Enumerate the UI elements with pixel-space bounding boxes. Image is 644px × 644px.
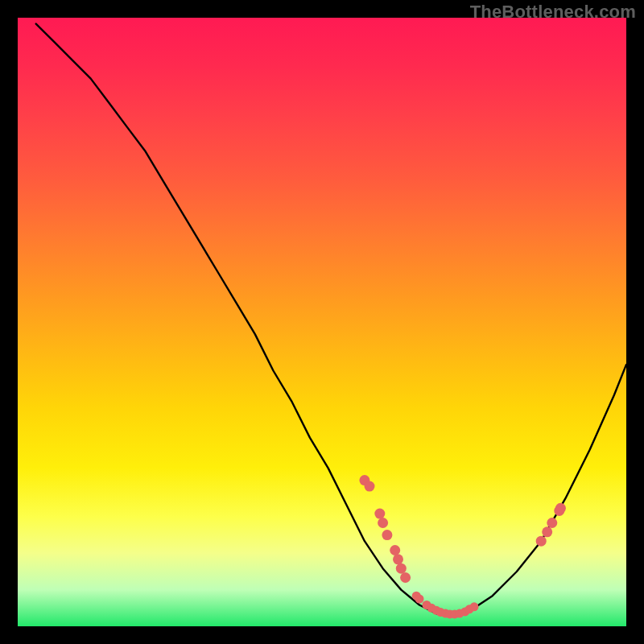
gradient-plot-area bbox=[18, 18, 626, 626]
data-marker bbox=[555, 503, 566, 514]
data-marker bbox=[365, 481, 375, 492]
data-marker bbox=[374, 509, 385, 519]
data-marker bbox=[547, 518, 557, 528]
data-marker bbox=[400, 572, 411, 583]
data-marker bbox=[470, 602, 479, 611]
data-marker bbox=[542, 526, 552, 537]
attribution-text: TheBottleneck.com bbox=[470, 2, 636, 23]
data-marker bbox=[378, 518, 388, 528]
data-marker bbox=[415, 595, 424, 604]
data-marker bbox=[393, 554, 403, 564]
data-marker bbox=[390, 545, 400, 555]
plot-svg bbox=[18, 18, 626, 626]
data-marker bbox=[536, 536, 547, 547]
bottleneck-curve bbox=[36, 24, 626, 614]
marker-layer bbox=[359, 475, 566, 618]
data-marker bbox=[396, 564, 407, 574]
data-marker bbox=[382, 530, 392, 540]
